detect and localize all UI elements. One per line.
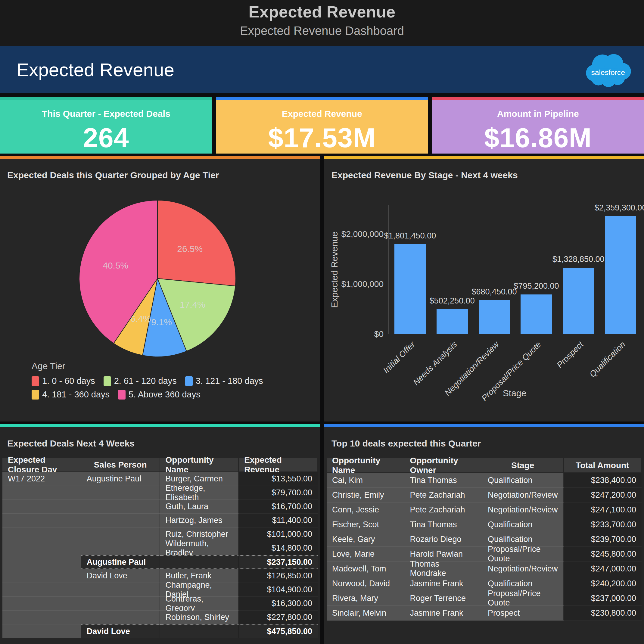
- bar-needs-analysis[interactable]: [437, 309, 468, 334]
- sales-person-cell: [81, 514, 160, 527]
- opportunity-name-cell: Robinson, Shirley: [160, 611, 239, 624]
- legend-item[interactable]: 3. 121 - 180 days: [185, 376, 263, 386]
- y-axis-tick-label: $1,000,000: [341, 279, 384, 289]
- pie-chart: 26.5%17.4%9.1%6.4%40.5%: [52, 194, 263, 363]
- panel-age-tier-pie: Expected Deals this Quarter Grouped by A…: [0, 156, 320, 422]
- kpi-card-expected-revenue[interactable]: Expected Revenue $17.53M: [216, 97, 428, 154]
- salesforce-logo-text: salesforce: [591, 68, 625, 76]
- closure-day-cell: [2, 541, 81, 555]
- sales-person-cell: [81, 541, 160, 555]
- legend-item[interactable]: 2. 61 - 120 days: [104, 376, 177, 386]
- bar-negotiation-review[interactable]: [479, 300, 510, 334]
- legend-swatch: [32, 376, 39, 386]
- legend-item[interactable]: 4. 181 - 360 days: [32, 390, 110, 400]
- sales-person-cell: Augustine Paul: [81, 472, 160, 486]
- kpi-card-expected-deals[interactable]: This Quarter - Expected Deals 264: [0, 97, 212, 154]
- closure-day-cell: [2, 555, 81, 569]
- page-title: Expected Revenue: [0, 0, 644, 21]
- bar-slot: $680,450.00Negotiation/Review: [473, 205, 515, 334]
- total-amount-cell: $247,000.00: [564, 562, 642, 576]
- legend-label: 2. 61 - 120 days: [114, 376, 177, 386]
- bar-slot: $502,250.00Needs Analysis: [431, 205, 473, 334]
- bar-slot: $1,328,850.00Prospect: [557, 205, 599, 334]
- expected-revenue-cell: $11,400.00: [239, 514, 318, 527]
- bar-proposal-price-quote[interactable]: [521, 294, 552, 334]
- stage-cell: Proposal/Price Quote: [482, 547, 564, 562]
- closure-day-cell: [2, 527, 81, 541]
- expected-revenue-cell: $126,850.00: [239, 569, 318, 583]
- closure-day-cell: [2, 624, 81, 638]
- subtotal-label-cell: Augustine Paul: [81, 555, 160, 569]
- closure-day-cell: [2, 583, 81, 597]
- legend-item[interactable]: 5. Above 360 days: [118, 390, 201, 400]
- panel-expected-deals-table: Expected Deals Next 4 Weeks Expected Clo…: [0, 424, 320, 644]
- bar-qualification[interactable]: [605, 216, 636, 334]
- sales-person-cell: [81, 611, 160, 624]
- kpi-value: $16.86M: [432, 123, 644, 154]
- column-header: Expected Revenue: [239, 458, 318, 472]
- sales-person-cell: [81, 583, 160, 597]
- bar-slot: $1,801,450.00Initial Offer: [389, 205, 431, 334]
- expected-deals-table: Expected Closure DaySales PersonOpportun…: [2, 458, 318, 638]
- column-header: Stage: [482, 458, 564, 473]
- opportunity-name-cell: Etheredge, Elisabeth: [160, 486, 239, 500]
- opportunity-owner-cell: Roger Terrence: [404, 591, 482, 606]
- closure-day-cell: [2, 514, 81, 527]
- report-banner: Expected Revenue salesforce: [0, 46, 644, 93]
- bar-value-label: $1,328,850.00: [552, 255, 605, 264]
- closure-day-cell: [2, 569, 81, 583]
- opportunity-owner-cell: Jasmine Frank: [404, 576, 482, 591]
- bar-initial-offer[interactable]: [394, 244, 426, 334]
- bar-chart: $0$1,000,000$2,000,000$1,801,450.00Initi…: [388, 205, 641, 334]
- sales-person-cell: [81, 500, 160, 514]
- banner-title: Expected Revenue: [17, 59, 174, 80]
- closure-day-cell: [2, 486, 81, 500]
- dashboard-page: Expected Revenue Expected Revenue Dashbo…: [0, 0, 644, 644]
- expected-revenue-cell: $227,800.00: [239, 611, 318, 624]
- opportunity-owner-cell: Tina Thomas: [404, 517, 482, 532]
- total-amount-cell: $230,800.00: [564, 606, 642, 621]
- kpi-label: Expected Revenue: [216, 109, 428, 119]
- opportunity-name-cell: Wildermuth, Bradley: [160, 541, 239, 555]
- sales-person-cell: [81, 597, 160, 611]
- opportunity-name-cell: Rivera, Mary: [327, 591, 404, 606]
- salesforce-logo-icon: salesforce: [583, 48, 631, 91]
- sales-person-cell: David Love: [81, 569, 160, 583]
- panel-revenue-by-stage-bar: Expected Revenue By Stage - Next 4 weeks…: [324, 156, 644, 422]
- legend-label: 3. 121 - 180 days: [196, 376, 263, 386]
- column-header: Opportunity Name: [160, 458, 239, 472]
- x-axis-tick-label: Prospect: [555, 340, 585, 370]
- expected-revenue-cell: $13,550.00: [239, 472, 318, 486]
- pie-legend: Age Tier 1. 0 - 60 days2. 61 - 120 days3…: [32, 361, 303, 400]
- opportunity-name-cell: Cai, Kim: [327, 473, 404, 488]
- kpi-card-amount-in-pipeline[interactable]: Amount in Pipeline $16.86M: [432, 97, 644, 154]
- total-amount-cell: $237,000.00: [564, 591, 642, 606]
- kpi-value: $17.53M: [216, 123, 428, 154]
- expected-revenue-cell: $104,900.00: [239, 583, 318, 597]
- pie-slice-1-0-60-days[interactable]: [157, 200, 236, 286]
- pie-slice-percentage-label: 17.4%: [180, 300, 205, 310]
- opportunity-owner-cell: Rozario Diego: [404, 532, 482, 547]
- stage-cell: Negotiation/Review: [482, 502, 564, 517]
- bar-chart-title: Expected Revenue By Stage - Next 4 weeks: [331, 170, 644, 180]
- dashboard-header: Expected Revenue Expected Revenue Dashbo…: [0, 0, 644, 46]
- subtotal-revenue-cell: $237,150.00: [239, 555, 318, 569]
- opportunity-name-cell: Conn, Jessie: [327, 502, 404, 517]
- bar-value-label: $502,250.00: [430, 296, 475, 306]
- total-amount-cell: $245,800.00: [564, 547, 642, 562]
- legend-swatch: [104, 376, 111, 386]
- expected-revenue-cell: $79,700.00: [239, 486, 318, 500]
- bar-prospect[interactable]: [563, 268, 594, 334]
- deals-table-title: Expected Deals Next 4 Weeks: [7, 438, 320, 449]
- stage-cell: Negotiation/Review: [482, 562, 564, 576]
- opportunity-name-cell: Sinclair, Melvin: [327, 606, 404, 621]
- y-axis-tick-label: $0: [374, 329, 384, 339]
- legend-label: 4. 181 - 360 days: [42, 390, 110, 400]
- legend-items: 1. 0 - 60 days2. 61 - 120 days3. 121 - 1…: [32, 376, 303, 400]
- legend-item[interactable]: 1. 0 - 60 days: [32, 376, 95, 386]
- opportunity-name-cell: Fischer, Scot: [327, 517, 404, 532]
- total-amount-cell: $239,700.00: [564, 532, 642, 547]
- kpi-label: This Quarter - Expected Deals: [0, 109, 212, 119]
- opportunity-owner-cell: Pete Zachariah: [404, 488, 482, 502]
- total-amount-cell: $233,700.00: [564, 517, 642, 532]
